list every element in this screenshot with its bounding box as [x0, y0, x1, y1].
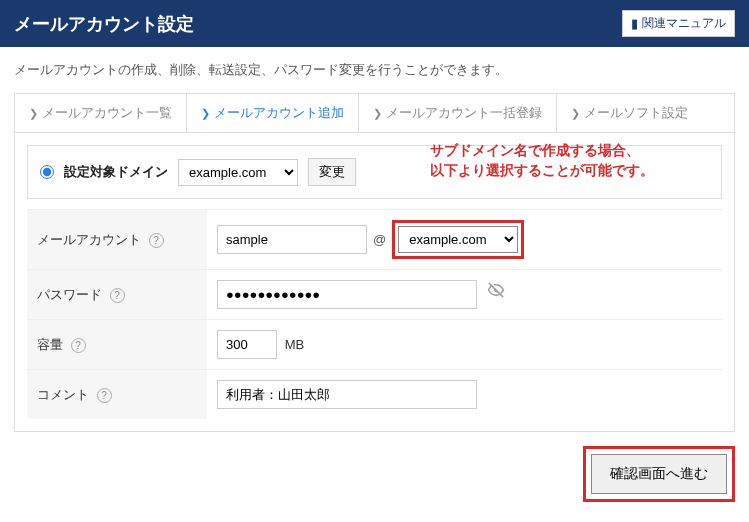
tab-mail-client[interactable]: ❯ メールソフト設定	[557, 94, 702, 132]
password-input[interactable]	[217, 280, 477, 309]
page-header: メールアカウント設定 ▮ 関連マニュアル	[0, 0, 749, 47]
book-icon: ▮	[631, 16, 638, 31]
tab-label: メールアカウント一括登録	[386, 104, 542, 122]
tab-bar: ❯ メールアカウント一覧 ❯ メールアカウント追加 ❯ メールアカウント一括登録…	[14, 93, 735, 133]
tab-account-list[interactable]: ❯ メールアカウント一覧	[15, 94, 187, 132]
help-icon[interactable]: ?	[71, 338, 86, 353]
annotation-callout: サブドメイン名で作成する場合、 以下より選択することが可能です。	[430, 141, 654, 180]
capacity-label: 容量	[37, 337, 63, 352]
row-account: メールアカウント ? @ example.com	[27, 210, 722, 270]
help-icon[interactable]: ?	[149, 233, 164, 248]
account-input[interactable]	[217, 225, 367, 254]
tab-label: メールアカウント追加	[214, 104, 344, 122]
chevron-right-icon: ❯	[201, 107, 210, 120]
target-domain-radio[interactable]	[40, 165, 54, 179]
comment-input[interactable]	[217, 380, 477, 409]
confirm-button[interactable]: 確認画面へ進む	[591, 454, 727, 494]
form-table: メールアカウント ? @ example.com パスワード ?	[27, 209, 722, 419]
highlight-box: 確認画面へ進む	[583, 446, 735, 502]
page-description: メールアカウントの作成、削除、転送設定、パスワード変更を行うことができます。	[0, 47, 749, 93]
visibility-off-icon[interactable]	[487, 284, 505, 303]
at-sign: @	[373, 232, 386, 247]
tab-bulk-register[interactable]: ❯ メールアカウント一括登録	[359, 94, 557, 132]
chevron-right-icon: ❯	[571, 107, 580, 120]
account-label: メールアカウント	[37, 232, 141, 247]
comment-label: コメント	[37, 387, 89, 402]
capacity-unit: MB	[285, 337, 305, 352]
row-capacity: 容量 ? MB	[27, 320, 722, 370]
subdomain-select[interactable]: example.com	[398, 226, 518, 253]
related-manual-button[interactable]: ▮ 関連マニュアル	[622, 10, 735, 37]
help-icon[interactable]: ?	[97, 388, 112, 403]
chevron-right-icon: ❯	[373, 107, 382, 120]
tab-account-add[interactable]: ❯ メールアカウント追加	[187, 94, 359, 132]
change-domain-button[interactable]: 変更	[308, 158, 356, 186]
tab-label: メールアカウント一覧	[42, 104, 172, 122]
capacity-input[interactable]	[217, 330, 277, 359]
row-password: パスワード ?	[27, 270, 722, 320]
footer: 確認画面へ進む	[14, 446, 735, 502]
related-manual-label: 関連マニュアル	[642, 15, 726, 32]
chevron-right-icon: ❯	[29, 107, 38, 120]
row-comment: コメント ?	[27, 370, 722, 420]
password-label: パスワード	[37, 287, 102, 302]
page-title: メールアカウント設定	[14, 12, 194, 36]
help-icon[interactable]: ?	[110, 288, 125, 303]
highlight-box: example.com	[392, 220, 524, 259]
form-panel: サブドメイン名で作成する場合、 以下より選択することが可能です。 設定対象ドメイ…	[14, 133, 735, 432]
tab-label: メールソフト設定	[584, 104, 688, 122]
target-domain-select[interactable]: example.com	[178, 159, 298, 186]
target-domain-label: 設定対象ドメイン	[64, 163, 168, 181]
